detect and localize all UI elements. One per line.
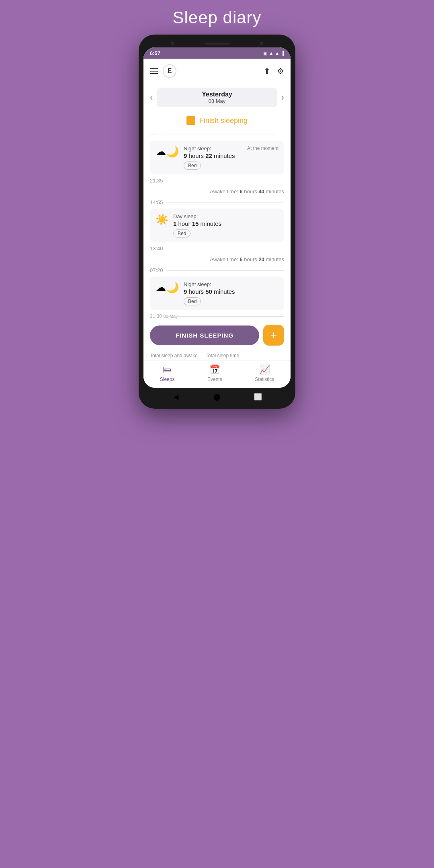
prev-date-button[interactable]: ‹	[150, 92, 153, 103]
nav-statistics[interactable]: 📈 Statistics	[255, 364, 274, 382]
settings-button[interactable]: ⚙	[277, 66, 284, 76]
at-moment-label: At the moment	[247, 145, 278, 151]
time-2130: 21:30 02 May	[150, 312, 284, 321]
phone-screen: 6:57 ▣ ▲ ▲ ▐ E ⬆ ⚙	[143, 47, 291, 388]
summary-row: Total sleep and awake Total sleep time	[143, 350, 291, 360]
sleeps-label: Sleeps	[160, 377, 175, 382]
date-label: Yesterday	[169, 91, 265, 98]
nav-sleeps[interactable]: 🛏 Sleeps	[160, 364, 175, 382]
summary-col1: Total sleep and awake	[150, 353, 198, 358]
page-title: Sleep diary	[172, 8, 261, 27]
sleep-type-2: Night sleep:	[184, 281, 278, 287]
signal-icon: ▲	[275, 51, 279, 55]
sleep-info-day: Day sleep: 1 hour 15 minutes Bed	[173, 213, 278, 237]
sleep-type-day: Day sleep:	[173, 213, 278, 219]
date-value: 03 May	[169, 98, 265, 104]
date-display[interactable]: Yesterday 03 May	[157, 88, 277, 107]
status-time: 6:57	[150, 50, 160, 56]
status-icons: ▣ ▲ ▲ ▐	[263, 51, 284, 56]
date-nav: ‹ Yesterday 03 May ›	[143, 84, 291, 111]
night-sleep-block-1[interactable]: ☁🌙 Night sleep: 9 hours 22 minutes Bed A…	[150, 141, 284, 174]
wifi-icon: ▲	[269, 51, 273, 55]
camera-dot-2	[260, 42, 263, 45]
status-bar: 6:57 ▣ ▲ ▲ ▐	[143, 47, 291, 59]
statistics-icon: 📈	[259, 364, 270, 375]
time-2135: 21:35	[150, 176, 284, 185]
night-sleep-block-2[interactable]: ☁🌙 Night sleep: 9 hours 50 minutes Bed	[150, 276, 284, 310]
sleep-badge-day: Bed	[173, 229, 190, 237]
bottom-hardware-bar: ◀ ⬤ ⬜	[143, 388, 291, 404]
phone-frame: 6:57 ▣ ▲ ▲ ▐ E ⬆ ⚙	[139, 35, 295, 409]
battery-icon: ▐	[281, 51, 284, 55]
sim-icon: ▣	[263, 51, 267, 56]
bottom-cta: FINISH SLEEPING +	[143, 321, 291, 350]
awake-row-1: Awake time: 6 hours 40 minutes	[150, 185, 284, 198]
finish-square-icon	[186, 116, 195, 125]
top-bar-left: E	[150, 64, 176, 78]
recents-button[interactable]: ⬜	[253, 392, 263, 401]
events-icon: 📅	[209, 364, 220, 375]
summary-col2: Total sleep time	[206, 353, 239, 358]
time-1340: 13:40	[150, 244, 284, 253]
back-button[interactable]: ◀	[171, 392, 181, 401]
sleep-duration-1: 9 hours 22 minutes	[184, 152, 278, 159]
camera-dot	[171, 42, 174, 45]
add-button[interactable]: +	[263, 325, 284, 346]
home-button[interactable]: ⬤	[212, 392, 222, 401]
bottom-nav: 🛏 Sleeps 📅 Events 📈 Statistics	[143, 360, 291, 388]
timeline: --:-- ☁🌙 Night sleep: 9 hours 22 minutes…	[143, 130, 291, 321]
next-date-button[interactable]: ›	[281, 92, 284, 103]
night-icon-2: ☁🌙	[156, 281, 179, 294]
sleep-duration-day: 1 hour 15 minutes	[173, 220, 278, 227]
sleep-info-2: Night sleep: 9 hours 50 minutes Bed	[184, 281, 278, 305]
speaker-bar	[205, 43, 229, 45]
top-bar-right: ⬆ ⚙	[264, 66, 284, 76]
statistics-label: Statistics	[255, 377, 274, 382]
sleep-duration-2: 9 hours 50 minutes	[184, 288, 278, 295]
top-bar: E ⬆ ⚙	[143, 59, 291, 84]
nav-events[interactable]: 📅 Events	[207, 364, 222, 382]
awake-row-2: Awake time: 6 hours 20 minutes	[150, 253, 284, 266]
day-sleep-block[interactable]: ☀️ Day sleep: 1 hour 15 minutes Bed	[150, 209, 284, 242]
events-label: Events	[207, 377, 222, 382]
hamburger-menu[interactable]	[150, 68, 158, 74]
dashed-time: --:--	[150, 130, 284, 139]
share-button[interactable]: ⬆	[264, 66, 270, 76]
finish-sleeping-button[interactable]: FINISH SLEEPING	[150, 326, 259, 345]
finish-banner[interactable]: Finish sleeping	[143, 111, 291, 130]
night-icon-1: ☁🌙	[156, 145, 179, 158]
finish-sleeping-text: Finish sleeping	[199, 117, 248, 125]
phone-notch	[143, 39, 291, 47]
sleeps-icon: 🛏	[163, 364, 172, 375]
sleep-badge-2: Bed	[184, 297, 201, 305]
time-1455: 14:55	[150, 198, 284, 207]
time-0720: 07:20	[150, 266, 284, 275]
day-icon: ☀️	[156, 213, 168, 226]
user-avatar[interactable]: E	[163, 64, 176, 78]
sleep-badge-1: Bed	[184, 162, 201, 170]
